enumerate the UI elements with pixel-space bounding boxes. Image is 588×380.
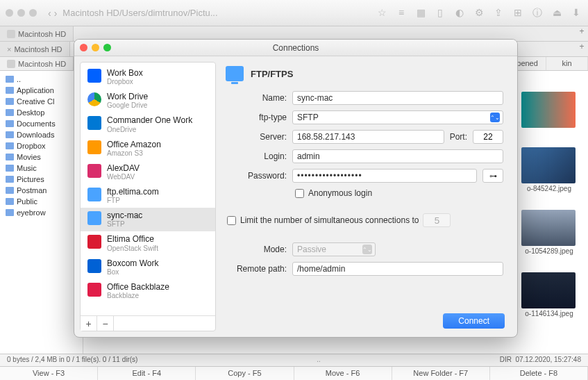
folder-row[interactable]: Postman bbox=[0, 185, 83, 196]
remotepath-input[interactable] bbox=[292, 262, 503, 276]
tag-icon[interactable]: ⊞ bbox=[512, 7, 524, 19]
footer-action[interactable]: Copy - F5 bbox=[196, 367, 294, 380]
login-input[interactable] bbox=[292, 149, 503, 163]
folder-row[interactable]: eyebrow bbox=[0, 207, 83, 218]
anonymous-label: Anonymous login bbox=[308, 188, 372, 198]
connection-item[interactable]: Work BoxDropbox bbox=[81, 65, 215, 89]
connection-type: Backblaze bbox=[107, 292, 169, 299]
folder-icon bbox=[6, 187, 14, 194]
folder-row[interactable]: Downloads bbox=[0, 129, 83, 140]
share-icon[interactable]: ⇪ bbox=[492, 7, 505, 19]
forward-icon[interactable]: › bbox=[54, 8, 58, 19]
connection-item[interactable]: AlexDAVWebDAV bbox=[81, 160, 215, 184]
connection-item[interactable]: Work DriveGoogle Drive bbox=[81, 89, 215, 113]
back-icon[interactable]: ‹ bbox=[48, 8, 51, 19]
ic-onedrive-icon bbox=[87, 116, 101, 130]
connection-type: Amazon S3 bbox=[107, 149, 161, 157]
connections-dialog: Connections Work BoxDropboxWork DriveGoo… bbox=[74, 39, 518, 338]
bg-tab-left2[interactable]: ×Macintosh HD bbox=[0, 42, 70, 56]
server-input[interactable] bbox=[292, 130, 444, 144]
info-icon[interactable]: ⓘ bbox=[531, 7, 544, 19]
chevron-updown-icon: ⌃⌄ bbox=[362, 245, 372, 254]
disk-icon bbox=[7, 60, 15, 68]
col-kind[interactable]: kin bbox=[546, 57, 588, 70]
connections-sidebar: Work BoxDropboxWork DriveGoogle DriveCom… bbox=[80, 62, 216, 331]
connection-item[interactable]: sync-macSFTP bbox=[81, 208, 215, 231]
minimize-window-button[interactable] bbox=[92, 44, 99, 51]
folder-row[interactable]: Dropbox bbox=[0, 140, 83, 151]
folder-row[interactable]: Desktop bbox=[0, 107, 83, 118]
tab-add-icon[interactable]: + bbox=[576, 26, 588, 41]
folder-row[interactable]: Pictures bbox=[0, 174, 83, 185]
folder-row[interactable]: Creative Cl bbox=[0, 96, 83, 107]
folder-icon bbox=[6, 87, 14, 94]
download-icon[interactable]: ⬇ bbox=[570, 7, 582, 19]
footer-action[interactable]: Delete - F8 bbox=[490, 367, 588, 380]
thumbnail[interactable]: o-845242.jpeg bbox=[521, 147, 577, 192]
connect-button[interactable]: Connect bbox=[443, 313, 505, 329]
connection-item[interactable]: Boxcom WorkBox bbox=[81, 256, 215, 279]
port-input[interactable] bbox=[473, 130, 503, 144]
close-icon[interactable]: × bbox=[7, 45, 11, 53]
columns-icon[interactable]: ▯ bbox=[434, 7, 446, 19]
modal-titlebar: Connections bbox=[74, 40, 517, 56]
connection-name: Boxcom Work bbox=[107, 259, 158, 268]
thumbnail[interactable] bbox=[521, 92, 577, 129]
footer-action[interactable]: Edit - F4 bbox=[98, 367, 196, 380]
tab-add-icon[interactable]: + bbox=[576, 42, 588, 56]
folder-row[interactable]: Application bbox=[0, 85, 83, 96]
connection-name: Office Backblaze bbox=[107, 283, 169, 292]
footer-action[interactable]: New Folder - F7 bbox=[392, 367, 490, 380]
password-input[interactable] bbox=[292, 169, 477, 183]
folder-row[interactable]: Public bbox=[0, 196, 83, 207]
list-icon[interactable]: ≡ bbox=[395, 7, 408, 19]
folder-row[interactable]: .. bbox=[0, 74, 83, 85]
connection-type: WebDAV bbox=[107, 173, 140, 181]
add-connection-button[interactable]: + bbox=[81, 316, 97, 331]
remove-connection-button[interactable]: − bbox=[97, 316, 114, 331]
limit-label: Limit the number of simultaneous connect… bbox=[240, 215, 419, 225]
connection-item[interactable]: ftp.eltima.comFTP bbox=[81, 184, 215, 208]
bg-nav-arrows: ‹› bbox=[48, 8, 57, 19]
ic-swift-icon bbox=[87, 235, 101, 249]
connection-item[interactable]: Office AmazonAmazon S3 bbox=[81, 137, 215, 160]
connection-type: Dropbox bbox=[107, 78, 143, 85]
mode-select: Passive ⌃⌄ bbox=[292, 242, 376, 256]
grid-icon[interactable]: ▦ bbox=[414, 7, 427, 19]
modal-title: Connections bbox=[273, 43, 319, 53]
anonymous-checkbox[interactable] bbox=[295, 189, 304, 198]
connection-type: OpenStack Swift bbox=[107, 245, 158, 252]
gear-icon[interactable]: ⚙ bbox=[473, 7, 485, 19]
thumbnail[interactable]: o-1054289.jpeg bbox=[521, 210, 577, 255]
key-button[interactable]: ⊶ bbox=[482, 169, 503, 183]
star-icon[interactable]: ☆ bbox=[376, 7, 388, 19]
zoom-window-button[interactable] bbox=[103, 44, 111, 51]
remotepath-label: Remote path: bbox=[227, 264, 287, 274]
bg-tab-left[interactable]: Macintosh HD bbox=[0, 26, 74, 41]
thumbnail[interactable]: o-1146134.jpeg bbox=[521, 272, 577, 317]
connection-item[interactable]: Eltima OfficeOpenStack Swift bbox=[81, 231, 215, 255]
folder-row[interactable]: Movies bbox=[0, 151, 83, 163]
connection-item[interactable]: Office BackblazeBackblaze bbox=[81, 279, 215, 303]
limit-checkbox[interactable] bbox=[227, 216, 236, 225]
footer-action[interactable]: View - F3 bbox=[0, 367, 98, 380]
folder-row[interactable]: Music bbox=[0, 163, 83, 174]
eject-icon[interactable]: ⏏ bbox=[551, 7, 563, 19]
close-window-button[interactable] bbox=[80, 44, 87, 51]
connection-name: Office Amazon bbox=[107, 140, 161, 149]
connection-item[interactable]: Commander One WorkOneDrive bbox=[81, 113, 215, 136]
name-input[interactable] bbox=[292, 91, 503, 105]
bg-toolbar: ‹› Macintosh HD/Users/dimtrunov/Pictu...… bbox=[0, 0, 588, 26]
ftptype-select[interactable]: SFTP ⌃⌄ bbox=[292, 110, 503, 124]
port-label: Port: bbox=[450, 132, 467, 142]
folder-row[interactable]: Documents bbox=[0, 118, 83, 129]
key-icon: ⊶ bbox=[489, 172, 497, 181]
mode-label: Mode: bbox=[227, 245, 287, 254]
limit-number-input bbox=[423, 213, 451, 227]
bg-path: Macintosh HD/Users/dimtrunov/Pictu... bbox=[62, 8, 370, 18]
connection-name: sync-mac bbox=[107, 211, 142, 220]
connection-type: Box bbox=[107, 268, 158, 276]
footer-action[interactable]: Move - F6 bbox=[294, 367, 392, 380]
folder-icon bbox=[6, 209, 14, 216]
toggle-icon[interactable]: ◐ bbox=[453, 7, 466, 19]
